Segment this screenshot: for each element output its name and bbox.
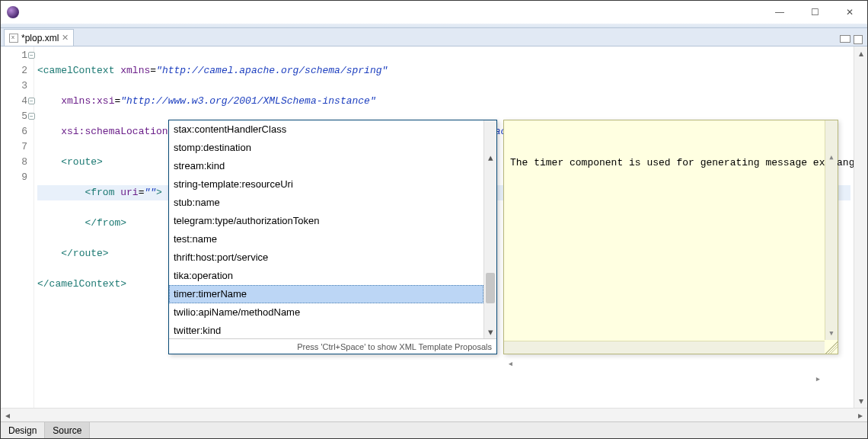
code-line: xmlns:xsi="http://www.w3.org/2001/XMLSch… [37,94,850,109]
editor-vscrollbar[interactable]: ▴ ▾ [854,46,867,408]
line-number: 5− [1,109,34,124]
completion-item[interactable]: string-template:resourceUri [169,175,483,194]
documentation-text: The timer component is used for generati… [510,155,831,171]
close-icon: ✕ [846,7,854,18]
scroll-down-icon[interactable]: ▾ [854,394,867,408]
completion-item[interactable]: stub:name [169,194,483,212]
editor-area: 1− 2 3 4− 5− 6 7 8 9 <camelContext xmlns… [1,46,867,408]
scroll-up-icon[interactable]: ▴ [484,151,496,164]
editor-minimize-icon[interactable] [840,35,850,43]
doc-hscrollbar[interactable]: ◂ ▸ [504,341,825,354]
tab-design[interactable]: Design [1,422,45,438]
tabstrip-right [840,35,867,46]
tab-source[interactable]: Source [45,422,90,438]
completion-item[interactable]: timer:timerName [169,285,483,303]
completion-item[interactable]: tika:operation [169,267,483,285]
titlebar-left [7,6,24,18]
completion-item[interactable]: stomp:destination [169,139,483,157]
line-number: 2 [1,63,34,79]
scroll-right-icon[interactable]: ▸ [854,409,867,421]
line-gutter: 1− 2 3 4− 5− 6 7 8 9 [1,46,34,408]
scroll-track[interactable] [45,409,823,421]
editor-tabstrip: *plop.xml ✕ [1,28,867,46]
minimize-icon: — [775,7,784,18]
doc-vscrollbar[interactable]: ▴ ▾ [825,120,838,340]
eclipse-icon [7,6,19,18]
scroll-right-icon[interactable]: ▸ [812,372,825,387]
close-button[interactable]: ✕ [832,1,867,24]
line-number: 7 [1,139,34,155]
minimize-button[interactable]: — [762,1,797,24]
completion-popup: stax:contentHandlerClassstomp:destinatio… [168,120,497,354]
window: — ☐ ✕ *plop.xml ✕ 1− 2 3 4− 5− 6 7 8 9 <… [0,0,868,439]
bottom-tabstrip: Design Source [1,421,867,438]
editor-maximize-icon[interactable] [854,35,863,44]
completion-item[interactable]: thrift:host:port/service [169,248,483,267]
line-number: 8 [1,155,34,170]
editor-hscrollbar[interactable]: ◂ ▸ [1,408,867,421]
line-number: 1− [1,48,34,63]
completion-scrollbar[interactable]: ▴ ▾ [483,120,496,338]
content-assist-wrap: stax:contentHandlerClassstomp:destinatio… [168,120,838,354]
completion-item[interactable]: telegram:type/authorizationToken [169,212,483,230]
completion-item[interactable]: stream:kind [169,157,483,175]
line-number: 4− [1,94,34,109]
scroll-down-icon[interactable]: ▾ [484,325,496,338]
completion-item[interactable]: twilio:apiName/methodName [169,303,483,322]
editor-tab-plop[interactable]: *plop.xml ✕ [4,29,74,46]
line-number: 3 [1,79,34,94]
line-number: 9 [1,170,34,185]
tab-filename: *plop.xml [21,33,59,43]
completion-item[interactable]: stax:contentHandlerClass [169,120,483,139]
scroll-left-icon[interactable]: ◂ [504,357,517,372]
window-controls: — ☐ ✕ [762,1,867,24]
scroll-up-icon[interactable]: ▴ [825,151,838,164]
scroll-left-icon[interactable]: ◂ [1,409,14,421]
scroll-down-icon[interactable]: ▾ [825,327,838,340]
completion-list: stax:contentHandlerClassstomp:destinatio… [169,120,496,338]
tab-close-icon[interactable]: ✕ [62,33,69,43]
maximize-icon: ☐ [811,7,819,18]
completion-item[interactable]: twitter:kind [169,322,483,338]
documentation-panel: The timer component is used for generati… [503,120,838,354]
code-line: <camelContext xmlns="http://camel.apache… [37,63,850,79]
resize-grip-icon[interactable] [825,341,838,354]
line-number: 6 [1,124,34,139]
completion-item[interactable]: test:name [169,230,483,248]
scroll-thumb[interactable] [486,273,495,303]
xml-file-icon [9,34,18,43]
maximize-button[interactable]: ☐ [797,1,832,24]
scroll-up-icon[interactable]: ▴ [854,46,867,60]
titlebar: — ☐ ✕ [1,1,867,24]
code-editor[interactable]: <camelContext xmlns="http://camel.apache… [34,46,854,408]
scroll-track[interactable] [854,60,867,394]
completion-footer: Press 'Ctrl+Space' to show XML Template … [169,338,496,354]
